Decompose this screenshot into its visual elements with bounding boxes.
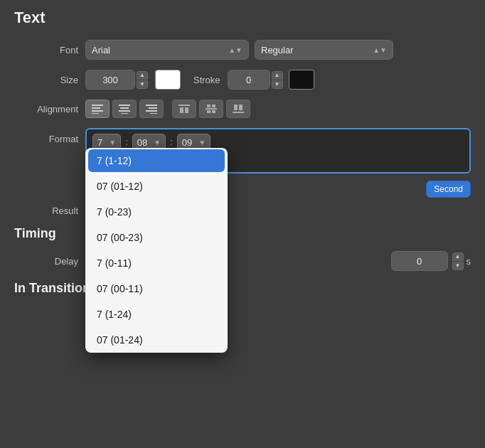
format-val2-arrow: ▼ [154,139,161,146]
valign-mid-btn[interactable] [199,100,223,118]
stroke-up-btn[interactable]: ▲ [272,71,283,80]
dropdown-item-7[interactable]: 07 (01-24) [85,327,228,353]
delay-row: Delay 0 ▲ ▼ s [14,251,471,271]
font-style-select[interactable]: Regular ▲▼ [255,40,393,60]
size-up-btn[interactable]: ▲ [137,71,148,80]
svg-rect-16 [207,105,210,107]
font-name-value: Arial [92,45,110,55]
valign-bot-btn[interactable] [226,100,250,118]
svg-rect-3 [92,113,99,114]
dropdown-item-0[interactable]: 7 (1-12) [88,149,225,172]
font-label: Font [14,45,85,55]
font-row: Font Arial ▲▼ Regular ▲▼ [14,40,471,60]
timing-title: Timing [14,226,471,241]
delay-stepper[interactable]: ▲ ▼ [452,252,464,270]
svg-rect-12 [178,105,190,106]
font-name-select[interactable]: Arial ▲▼ [85,40,249,60]
format-val2-text: 08 [137,137,147,148]
text-color-swatch[interactable] [155,70,181,90]
format-trigger-value: 7 [97,137,102,148]
format-val3-arrow: ▼ [198,139,206,146]
main-panel: Text Font Arial ▲▼ Regular ▲▼ Size 300 ▲… [0,0,485,448]
svg-rect-1 [92,107,100,109]
svg-rect-11 [150,113,157,114]
format-row: Format 7 ▼ : 08 ▼ : 09 ▼ 7 ( [14,128,471,174]
svg-rect-14 [185,107,188,113]
text-align-group [85,100,164,118]
dropdown-item-5[interactable]: 07 (00-11) [85,276,228,302]
in-transition-label: In Transition [14,281,471,296]
svg-rect-13 [180,107,183,113]
alignment-label: Alignment [14,104,85,114]
stroke-color-swatch[interactable] [289,70,314,90]
format-trigger-arrow: ▼ [109,139,116,146]
delay-right-value: 0 [417,256,422,267]
dropdown-item-6[interactable]: 7 (1-24) [85,302,228,327]
align-center-btn[interactable] [112,100,137,118]
align-left-btn[interactable] [85,100,110,118]
valign-top-btn[interactable] [172,100,196,118]
second-btn[interactable]: Second [426,181,471,198]
stroke-stepper[interactable]: ▲ ▼ [272,71,283,89]
stroke-down-btn[interactable]: ▼ [272,80,283,89]
svg-rect-5 [120,107,129,109]
svg-rect-17 [212,105,215,107]
format-dropdown-menu: 7 (1-12) 07 (01-12) 7 (0-23) 07 (00-23) … [85,148,228,353]
svg-rect-6 [119,110,130,112]
font-style-value: Regular [261,45,294,55]
delay-right-input[interactable]: 0 [391,251,448,271]
delay-up-btn[interactable]: ▲ [452,252,464,261]
size-label: Size [14,75,85,85]
format-container: 7 ▼ : 08 ▼ : 09 ▼ 7 (1-12) 07 (01-12) 7 … [85,128,471,174]
dropdown-item-3[interactable]: 07 (00-23) [85,225,228,250]
svg-rect-2 [92,110,103,112]
dropdown-item-2[interactable]: 7 (0-23) [85,199,228,225]
alignment-row: Alignment [14,100,471,118]
delay-unit: s [467,256,471,267]
svg-rect-18 [207,110,210,113]
size-row: Size 300 ▲ ▼ Stroke 0 ▲ ▼ [14,70,471,90]
svg-rect-0 [92,105,103,106]
align-right-btn[interactable] [139,100,164,118]
svg-rect-19 [212,110,215,113]
vertical-align-group [172,100,250,118]
stroke-label: Stroke [193,75,220,85]
format-label: Format [14,128,85,144]
delay-down-btn[interactable]: ▼ [452,262,464,270]
result-label: Result [14,206,85,216]
font-style-arrow: ▲▼ [373,46,387,54]
dropdown-item-1[interactable]: 07 (01-12) [85,174,228,199]
svg-rect-10 [146,110,157,112]
svg-rect-21 [234,105,238,110]
delay-label: Delay [14,256,85,267]
svg-rect-4 [119,105,130,106]
svg-rect-8 [146,105,157,106]
result-row: Result 7:08:09 Publi k' [14,205,471,216]
section-title-text: Text [14,9,471,27]
size-input[interactable]: 300 [85,70,135,90]
svg-rect-20 [233,112,244,113]
svg-rect-22 [239,105,242,110]
stroke-input[interactable]: 0 [228,70,270,90]
svg-rect-15 [206,108,217,110]
svg-rect-9 [149,107,157,109]
font-dropdown-arrow: ▲▼ [228,46,242,54]
size-stepper[interactable]: ▲ ▼ [137,71,148,89]
dropdown-item-4[interactable]: 7 (0-11) [85,250,228,276]
format-val3-text: 09 [182,137,192,148]
svg-rect-7 [121,113,128,114]
size-down-btn[interactable]: ▼ [137,80,148,89]
